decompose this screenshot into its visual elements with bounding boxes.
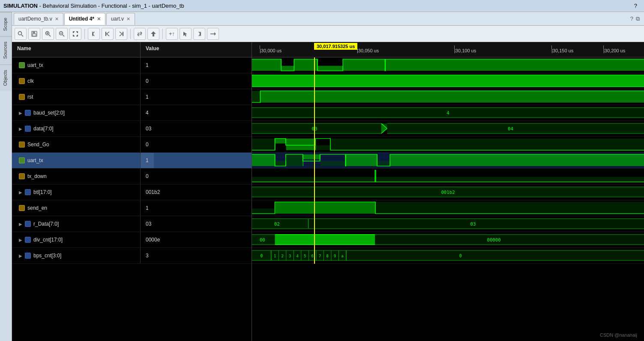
expand-bps-cnt[interactable]: ▶ — [19, 253, 22, 258]
time-marker-1: |30,050 us — [357, 48, 379, 53]
signal-row-send-go[interactable]: Send_Go 0 — [12, 137, 252, 153]
wave-svg-uart-tx-1 — [252, 57, 644, 73]
svg-rect-68 — [321, 161, 345, 166]
sidebar-item-sources[interactable]: Sources — [0, 36, 12, 64]
signal-row-uart-tx-2[interactable]: uart_tx 1 — [12, 153, 252, 169]
svg-text:2: 2 — [281, 254, 283, 258]
wave-row-rst — [252, 89, 644, 105]
signal-name-baud-set: ▶ baud_set[2:0] — [12, 105, 141, 121]
wave-row-send-en — [252, 200, 644, 216]
tab-bar-actions: ? ⧉ — [630, 15, 642, 22]
waveform-area: Name Value uart_tx 1 — [12, 42, 644, 341]
svg-rect-86 — [309, 219, 644, 229]
wave-svg-rst — [252, 89, 644, 105]
signal-icon-bps-cnt — [25, 253, 31, 259]
fit-icon — [72, 31, 78, 37]
signal-value-uart-tx-2: 1 — [141, 153, 154, 168]
signal-name-div-cnt: ▶ div_cnt[17:0] — [12, 232, 141, 247]
tab-expand-icon[interactable]: ⧉ — [636, 15, 640, 22]
signal-row-data[interactable]: ▶ data[7:0] 03 — [12, 121, 252, 137]
signal-label-send-go: Send_Go — [27, 142, 49, 148]
signal-row-div-cnt[interactable]: ▶ div_cnt[17:0] 0000e — [12, 232, 252, 248]
signal-icon-uart-tx-2 — [19, 157, 25, 163]
svg-rect-27 — [343, 59, 385, 71]
wave-row-data: 03 04 — [252, 121, 644, 137]
signal-row-rst[interactable]: rst 1 — [12, 89, 252, 105]
signal-row-baud-set[interactable]: ▶ baud_set[2:0] 4 — [12, 105, 252, 121]
wave-row-uart-tx-1 — [252, 57, 644, 73]
signal-row-bps-cnt[interactable]: ▶ bps_cnt[3:0] 3 — [12, 248, 252, 264]
last-button[interactable] — [115, 28, 127, 40]
cursor-button[interactable] — [180, 28, 192, 40]
first-button[interactable] — [102, 28, 114, 40]
signal-row-btl[interactable]: ▶ btl[17:0] 001b2 — [12, 184, 252, 200]
tab-close-uartdemo[interactable]: ✕ — [55, 16, 59, 22]
signal-value-baud-set: 4 — [141, 105, 154, 121]
svg-rect-19 — [252, 59, 281, 71]
help-icon[interactable]: ? — [634, 3, 637, 9]
watermark: CSDN @nananaij — [600, 332, 637, 338]
signal-row-send-en[interactable]: send_en 1 — [12, 200, 252, 216]
expand-div-cnt[interactable]: ▶ — [19, 238, 22, 242]
toolbar-sep-1 — [84, 29, 85, 39]
prev-edge-button[interactable] — [88, 28, 100, 40]
next-edge-button[interactable] — [193, 28, 205, 40]
signal-name-tx-down: tx_down — [12, 169, 141, 184]
prev-edge-icon — [91, 31, 97, 37]
svg-rect-74 — [390, 154, 644, 166]
signal-value-btl: 001b2 — [141, 184, 165, 200]
toolbar: +↑ — [12, 26, 644, 42]
svg-text:7: 7 — [319, 254, 321, 258]
wave-svg-r-data: 02 03 — [252, 216, 644, 232]
svg-rect-82 — [276, 202, 376, 214]
svg-text:04: 04 — [508, 126, 513, 132]
search-button[interactable] — [15, 28, 27, 40]
tab-close-uart[interactable]: ✕ — [126, 16, 130, 22]
tab-uartdemo-tb[interactable]: uartDemo_tb.v ✕ — [14, 13, 63, 25]
signal-row-tx-down[interactable]: tx_down 0 — [12, 169, 252, 184]
lock-button[interactable] — [207, 28, 219, 40]
wave-row-baud-set: 4 — [252, 105, 644, 121]
tab-untitled4[interactable]: Untitled 4* ✕ — [64, 13, 105, 25]
svg-rect-94 — [275, 235, 375, 244]
tab-close-untitled[interactable]: ✕ — [97, 16, 101, 22]
signal-name-uart-tx-2: uart_tx — [12, 153, 141, 168]
swap-icon — [137, 31, 143, 37]
sidebar-item-scope[interactable]: Scope — [0, 12, 12, 36]
sidebar-item-objects[interactable]: Objects — [0, 64, 12, 91]
arrow-button[interactable] — [147, 28, 159, 40]
expand-btl[interactable]: ▶ — [19, 190, 22, 195]
signal-name-clk: clk — [12, 73, 141, 89]
tab-label-uart: uart.v — [111, 16, 124, 22]
svg-point-0 — [18, 31, 22, 35]
expand-data[interactable]: ▶ — [19, 127, 22, 131]
time-ruler: 30,017.915325 us |30,000 us |30,050 us |… — [252, 42, 644, 57]
svg-rect-81 — [252, 208, 275, 214]
tab-help-icon[interactable]: ? — [630, 15, 633, 22]
expand-r-data[interactable]: ▶ — [19, 222, 22, 226]
signal-label-data: data[7:0] — [33, 126, 54, 132]
signal-name-btl: ▶ btl[17:0] — [12, 184, 141, 200]
signal-row-r-data[interactable]: ▶ r_Data[7:0] 03 — [12, 216, 252, 232]
next-edge-icon — [196, 31, 202, 37]
signal-row-clk[interactable]: clk 0 — [12, 73, 252, 89]
svg-text:03: 03 — [312, 126, 318, 132]
add-marker-button[interactable]: +↑ — [166, 28, 178, 40]
tab-uart[interactable]: uart.v ✕ — [106, 13, 135, 25]
main-wrapper: Scope Sources Objects uartDemo_tb.v ✕ Un… — [0, 12, 644, 341]
zoom-in-button[interactable] — [42, 28, 54, 40]
fit-button[interactable] — [69, 28, 81, 40]
svg-rect-83 — [375, 202, 644, 214]
signal-panel: Name Value uart_tx 1 — [12, 42, 252, 341]
signal-name-r-data: ▶ r_Data[7:0] — [12, 216, 141, 232]
signal-icon-data — [25, 126, 31, 132]
signal-icon-clk — [19, 78, 25, 84]
save-button[interactable] — [28, 28, 40, 40]
svg-rect-29 — [385, 59, 644, 71]
expand-baud-set[interactable]: ▶ — [19, 111, 22, 115]
signal-row-uart-tx-1[interactable]: uart_tx 1 — [12, 57, 252, 73]
zoom-out-button[interactable] — [56, 28, 68, 40]
wave-row-bps-cnt: 0 1 2 3 4 5 6 7 8 9 a 0 — [252, 248, 644, 264]
signal-label-div-cnt: div_cnt[17:0] — [33, 237, 63, 243]
swap-button[interactable] — [134, 28, 146, 40]
